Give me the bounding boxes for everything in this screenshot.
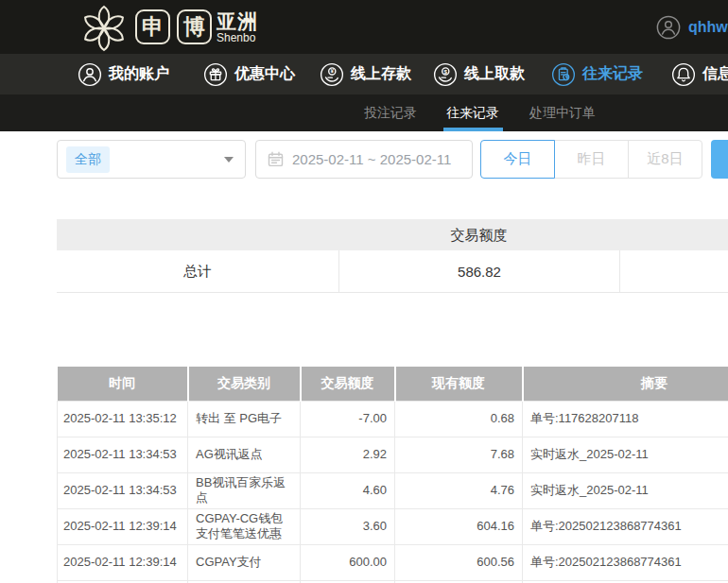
summary-table: 交易额度 总计 586.82 bbox=[57, 219, 728, 293]
cell-type: CGPAY支付 bbox=[188, 544, 301, 580]
last-8-days-button[interactable]: 近8日 bbox=[628, 140, 702, 179]
table-header-row: 时间 交易类别 交易额度 现有额度 摘要 bbox=[58, 367, 728, 401]
summary-total-label: 总计 bbox=[57, 250, 338, 292]
cell-memo: 单号:202502123868774361 bbox=[523, 544, 728, 580]
nav-item-deposit[interactable]: ¥ 线上存款 bbox=[320, 54, 411, 94]
cell-type: 转出 至 PG电子 bbox=[188, 401, 301, 437]
cell-time: 2025-02-11 12:39:14 bbox=[58, 508, 188, 544]
transaction-records-table: 时间 交易类别 交易额度 现有额度 摘要 2025-02-11 13:35:12… bbox=[57, 367, 728, 583]
brand-char-box-1: 申 bbox=[135, 9, 170, 44]
table-row: 2025-02-11 13:34:53 BB视讯百家乐返点 4.60 4.76 … bbox=[58, 472, 728, 508]
deposit-coin-icon: ¥ bbox=[320, 62, 344, 87]
cell-time: 2025-02-11 13:34:53 bbox=[58, 472, 188, 508]
summary-empty-cell bbox=[619, 250, 728, 292]
table-row: 2025-02-11 13:35:12 转出 至 PG电子 -7.00 0.68… bbox=[58, 401, 728, 437]
withdraw-coin-icon: $ bbox=[433, 62, 458, 87]
nav-label: 我的账户 bbox=[109, 64, 169, 84]
summary-total-value: 586.82 bbox=[338, 250, 619, 292]
cell-type: AG视讯返点 bbox=[188, 437, 301, 472]
bell-icon bbox=[671, 62, 696, 87]
gift-icon bbox=[203, 62, 228, 87]
nav-label: 优惠中心 bbox=[234, 64, 295, 84]
nav-item-my-account[interactable]: 我的账户 bbox=[78, 54, 169, 94]
table-row: 2025-02-11 13:34:53 AG视讯返点 2.92 7.68 实时返… bbox=[58, 437, 728, 472]
cell-amount: -7.00 bbox=[301, 401, 395, 437]
main-navigation: 我的账户 优惠中心 ¥ 线上存款 bbox=[0, 54, 728, 94]
summary-total-row: 总计 586.82 bbox=[57, 250, 728, 293]
column-header-memo: 摘要 bbox=[523, 367, 728, 401]
cell-amount: 2.92 bbox=[301, 437, 395, 472]
active-tab-underline bbox=[443, 128, 503, 131]
yesterday-button[interactable]: 昨日 bbox=[554, 140, 629, 179]
brand-char-box-2: 博 bbox=[177, 9, 212, 44]
cell-balance: 4.76 bbox=[395, 472, 523, 508]
nav-item-promotions[interactable]: 优惠中心 bbox=[203, 54, 295, 94]
cell-memo: 实时返水_2025-02-11 bbox=[523, 437, 728, 472]
category-select[interactable]: 全部 bbox=[57, 140, 246, 179]
username-link[interactable]: qhhw2 bbox=[688, 19, 728, 36]
clipboard-clock-icon bbox=[551, 62, 576, 87]
nav-label: 线上存款 bbox=[351, 64, 411, 84]
cell-amount: 3.60 bbox=[301, 508, 395, 544]
calendar-icon bbox=[268, 151, 284, 167]
svg-text:$: $ bbox=[444, 67, 448, 74]
cell-memo: 单号:202502123868774361 bbox=[523, 508, 728, 544]
brand-region-cn: 亚洲 bbox=[217, 11, 258, 31]
summary-column-header: 交易额度 bbox=[338, 219, 619, 250]
brand-region: 亚洲 Shenbo bbox=[217, 11, 258, 43]
column-header-balance: 现有额度 bbox=[395, 367, 523, 401]
category-selected-chip: 全部 bbox=[66, 146, 110, 173]
brand-char-2: 博 bbox=[183, 12, 205, 42]
flower-icon bbox=[79, 4, 129, 53]
brand-logo: 申 博 亚洲 Shenbo bbox=[79, 0, 258, 54]
column-header-amount: 交易额度 bbox=[301, 367, 395, 401]
table-row: 2025-02-11 12:39:14 CGPAY-CG钱包支付笔笔送优惠 3.… bbox=[58, 508, 728, 544]
cell-type: BB视讯百家乐返点 bbox=[188, 472, 301, 508]
date-range-picker[interactable]: 2025-02-11 ~ 2025-02-11 bbox=[255, 140, 473, 179]
cell-balance: 7.68 bbox=[395, 437, 523, 472]
quick-date-buttons: 今日 昨日 近8日 bbox=[480, 140, 702, 179]
cell-type: CGPAY-CG钱包支付笔笔送优惠 bbox=[188, 508, 301, 544]
date-range-value: 2025-02-11 ~ 2025-02-11 bbox=[292, 151, 451, 167]
brand-region-en: Shenbo bbox=[217, 32, 258, 43]
tab-transaction-records[interactable]: 往来记录 bbox=[446, 94, 499, 131]
nav-item-transactions[interactable]: 往来记录 bbox=[551, 54, 643, 94]
cell-balance: 600.56 bbox=[395, 544, 523, 580]
cell-amount: 4.60 bbox=[301, 472, 395, 508]
cell-memo: 实时返水_2025-02-11 bbox=[523, 472, 728, 508]
cell-time: 2025-02-11 13:35:12 bbox=[58, 401, 188, 437]
search-button[interactable] bbox=[711, 140, 728, 179]
nav-label: 线上取款 bbox=[464, 64, 525, 84]
nav-item-messages[interactable]: 信息 bbox=[671, 54, 728, 94]
column-header-type: 交易类别 bbox=[188, 367, 301, 401]
user-icon bbox=[78, 62, 102, 87]
nav-label: 信息 bbox=[702, 64, 728, 84]
summary-header-row: 交易额度 bbox=[57, 219, 728, 250]
cell-time: 2025-02-11 13:34:53 bbox=[58, 437, 188, 472]
top-header-bar: 申 博 亚洲 Shenbo qhhw2 bbox=[0, 0, 728, 54]
svg-text:¥: ¥ bbox=[331, 67, 335, 74]
cell-balance: 604.16 bbox=[395, 508, 523, 544]
nav-label: 往来记录 bbox=[582, 64, 643, 84]
tab-betting-records[interactable]: 投注记录 bbox=[364, 94, 417, 131]
table-row: 2025-02-11 12:39:14 CGPAY支付 600.00 600.5… bbox=[58, 544, 728, 580]
cell-memo: 单号:117628207118 bbox=[523, 401, 728, 437]
page: 申 博 亚洲 Shenbo qhhw2 我的账户 bbox=[0, 0, 728, 583]
today-button[interactable]: 今日 bbox=[480, 140, 555, 179]
cell-amount: 600.00 bbox=[301, 544, 395, 580]
tab-pending-orders[interactable]: 处理中订单 bbox=[529, 94, 596, 131]
nav-item-withdraw[interactable]: $ 线上取款 bbox=[433, 54, 525, 94]
records-tab-bar: 投注记录 往来记录 处理中订单 bbox=[0, 94, 728, 131]
chevron-down-icon bbox=[224, 157, 234, 163]
user-account-area[interactable]: qhhw2 bbox=[656, 0, 728, 54]
brand-char-1: 申 bbox=[142, 12, 164, 42]
user-circle-icon bbox=[656, 15, 681, 40]
cell-balance: 0.68 bbox=[395, 401, 523, 437]
cell-time: 2025-02-11 12:39:14 bbox=[58, 544, 188, 580]
column-header-time: 时间 bbox=[58, 367, 188, 401]
